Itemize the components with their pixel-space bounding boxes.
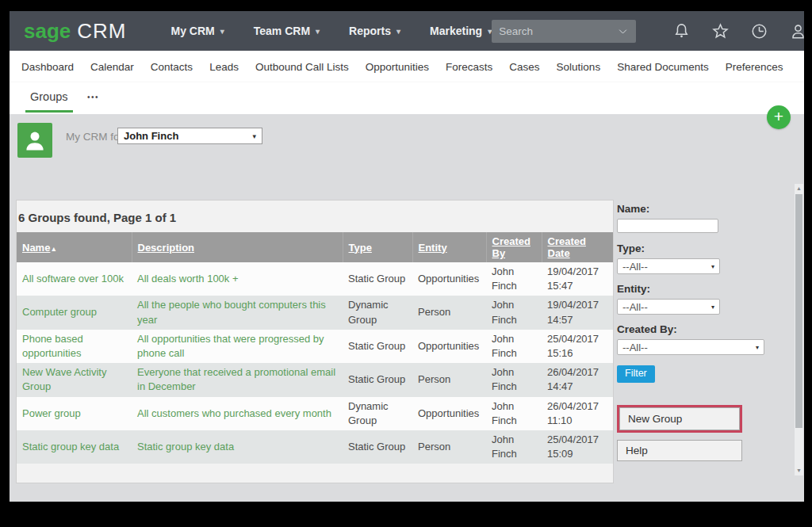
search-input[interactable] [499,25,617,37]
caret-down-icon: ▾ [220,27,224,36]
group-entity: Opportunities [412,397,486,430]
group-description[interactable]: Everyone that received a promotional ema… [132,363,343,396]
table-row[interactable]: Computer group All the people who bought… [17,296,613,329]
nav-tab[interactable]: Solutions [557,61,601,73]
group-created-by: John Finch [486,262,542,296]
group-entity: Person [412,296,486,329]
table-row[interactable]: All software over 100k All deals worth 1… [17,262,613,296]
group-created-date: 19/04/2017 14:57 [542,296,613,329]
caret-down-icon: ▾ [316,27,320,36]
nav-tab[interactable]: Outbound Call Lists [255,61,349,73]
column-header[interactable]: Created By [486,232,542,262]
group-description[interactable]: All opportunities that were progressed b… [132,330,343,363]
notifications-bell-icon[interactable] [672,22,691,40]
user-select-value: John Finch [124,130,178,142]
group-created-by: John Finch [486,296,542,329]
group-name-link[interactable]: Static group key data [17,430,132,464]
group-name-link[interactable]: New Wave Activity Group [17,363,132,396]
group-created-date: 26/04/2017 11:10 [542,397,613,430]
group-description[interactable]: All customers who purchased every month [132,397,343,430]
group-type: Static Group [343,262,412,296]
nav-tab[interactable]: Shared Documents [617,61,709,73]
global-search[interactable] [492,20,636,43]
table-row[interactable]: New Wave Activity Group Everyone that re… [17,363,613,396]
group-entity: Opportunities [412,330,486,363]
group-created-by: John Finch [486,430,542,464]
nav-tab[interactable]: Leads [209,61,239,73]
group-created-date: 26/04/2017 14:47 [542,363,613,396]
nav-tab[interactable]: Cases [509,61,539,73]
topnav-menu[interactable]: Marketing ▾ [430,25,492,37]
filter-entity-value: --All-- [622,301,648,313]
logo-sage: sage [24,19,71,44]
user-select-dropdown[interactable]: John Finch ▾ [117,128,262,144]
topnav-menu[interactable]: Reports ▾ [349,25,400,37]
topnav-menu-label: Team CRM [254,25,310,37]
caret-down-icon: ▾ [711,304,714,311]
nav-tab[interactable]: Preferences [726,61,783,73]
group-created-date: 25/04/2017 15:16 [542,330,613,363]
group-name-link[interactable]: Power group [17,397,132,430]
add-new-button[interactable]: + [767,105,791,129]
topnav-menu[interactable]: My CRM ▾ [170,25,224,37]
topnav-menu[interactable]: Team CRM ▾ [254,25,320,37]
caret-down-icon: ▾ [396,27,400,36]
groups-table: Name▴DescriptionTypeEntityCreated ByCrea… [17,232,613,464]
table-row[interactable]: Static group key data Static group key d… [17,430,613,464]
topnav-menu-label: Reports [349,25,391,37]
filter-name-input[interactable] [617,219,718,233]
group-name-link[interactable]: Phone based opportunities [17,330,132,363]
scroll-up-icon[interactable]: ▲ [795,184,803,193]
scrollbar-thumb[interactable] [795,194,802,428]
filter-button[interactable]: Filter [617,365,655,383]
sort-ascending-icon: ▴ [52,245,56,253]
scroll-down-icon[interactable]: ▼ [795,466,803,475]
group-name-link[interactable]: Computer group [17,296,132,329]
recent-clock-icon[interactable] [750,22,768,40]
nav-tab[interactable]: Forecasts [446,61,492,73]
group-created-date: 25/04/2017 15:09 [542,430,613,464]
help-button[interactable]: Help [617,440,742,461]
group-name-link[interactable]: All software over 100k [17,262,132,296]
caret-down-icon: ▾ [252,132,256,140]
group-description[interactable]: All deals worth 100k + [132,262,343,296]
sage-crm-logo[interactable]: sage CRM [24,19,126,44]
nav-tab[interactable]: Opportunities [366,61,429,73]
user-profile-icon[interactable] [789,22,804,40]
group-type: Dynamic Group [343,397,412,430]
column-header[interactable]: Type [343,232,412,262]
nav-tab[interactable]: Contacts [151,61,193,73]
filter-type-select[interactable]: --All-- ▾ [617,258,720,274]
table-row[interactable]: Phone based opportunities All opportunit… [17,330,613,363]
more-tabs-icon[interactable]: ••• [87,93,99,101]
favorites-star-icon[interactable] [711,22,730,40]
filter-entity-select[interactable]: --All-- ▾ [617,299,720,315]
avatar [17,123,52,158]
vertical-scrollbar[interactable]: ▲ ▼ [795,184,803,475]
tab-groups[interactable]: Groups [25,82,73,113]
filter-entity-label: Entity: [617,283,791,295]
topnav-menu-label: Marketing [430,25,482,37]
filter-created-by-select[interactable]: --All-- ▾ [617,339,764,355]
new-group-highlight: New Group [617,405,742,433]
group-entity: Opportunities [412,262,486,296]
table-row[interactable]: Power group All customers who purchased … [17,397,613,430]
group-type: Static Group [343,330,412,363]
subtab-row: Groups ••• [10,82,804,114]
column-header[interactable]: Name▴ [17,232,132,262]
filter-created-by-value: --All-- [622,342,648,353]
search-dropdown-chevron-icon[interactable] [617,25,629,37]
group-description[interactable]: All the people who bought computers this… [132,296,343,329]
nav-tab[interactable]: Dashboard [21,61,74,73]
column-header[interactable]: Entity [412,232,486,262]
caret-down-icon: ▾ [756,344,759,351]
column-header[interactable]: Description [132,232,343,262]
column-header[interactable]: Created Date [542,232,613,262]
topnav-menu-label: My CRM [170,25,214,37]
new-group-button[interactable]: New Group [619,407,740,430]
nav-tab[interactable]: Calendar [90,61,134,73]
filter-type-label: Type: [617,242,791,254]
main-nav-tabs: DashboardCalendarContactsLeadsOutbound C… [10,51,804,82]
group-description[interactable]: Static group key data [132,430,343,464]
group-type: Static Group [343,363,412,396]
